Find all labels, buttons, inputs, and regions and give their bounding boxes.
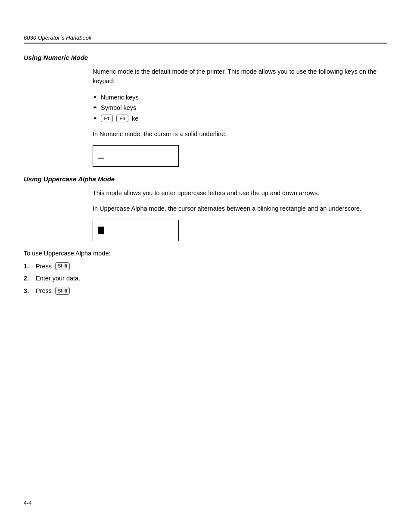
header-rule [24, 43, 387, 44]
section1-paragraph1: Numeric mode is the default mode of the … [93, 67, 387, 86]
section-numeric-mode: Using Numeric Mode Numeric mode is the d… [24, 54, 387, 167]
numeric-cursor-underline [98, 158, 104, 159]
section2-paragraph2: In Uppercase Alpha mode, the cursor alte… [93, 204, 387, 214]
section-uppercase-alpha-mode: Using Uppercase Alpha Mode This mode all… [24, 175, 387, 296]
bullet-diamond-2: ✦ [93, 103, 97, 112]
corner-mark-top-left [8, 8, 21, 21]
bullet-diamond-1: ✦ [93, 93, 97, 102]
bullet-text-symbol-keys: Symbol keys [101, 103, 136, 113]
f6-key-badge: F6 [116, 115, 128, 122]
shift-key-badge-2: Shift [55, 287, 70, 295]
step-1-number: 1. [24, 261, 32, 272]
section1-bullet-list: ✦ Numeric keys ✦ Symbol keys ✦ F1 F6 ke [93, 92, 387, 124]
bullet-diamond-3: ✦ [93, 114, 97, 123]
step-3: 3. Press Shift [24, 286, 387, 296]
corner-mark-bottom-right [390, 511, 403, 524]
bullet-item-numeric-keys: ✦ Numeric keys [93, 92, 387, 103]
section2-indented: This mode allows you to enter uppercase … [93, 189, 387, 241]
section1-heading: Using Numeric Mode [24, 54, 387, 61]
numeric-cursor-box [93, 145, 179, 167]
to-use-label: To use Uppercase Alpha mode: [24, 250, 387, 257]
bullet-item-symbol-keys: ✦ Symbol keys [93, 103, 387, 113]
section2-heading: Using Uppercase Alpha Mode [24, 175, 387, 183]
section1-paragraph2: In Numeric mode, the cursor is a solid u… [93, 130, 387, 139]
step-2-text: Enter your data. [36, 273, 80, 284]
page: 6030 Operator´s Handbook Using Numeric M… [0, 0, 411, 532]
step-2: 2. Enter your data. [24, 273, 387, 284]
content-area: 6030 Operator´s Handbook Using Numeric M… [24, 34, 387, 305]
alpha-cursor-box [93, 220, 179, 241]
alpha-cursor-rectangle [98, 227, 104, 234]
footer-page-number: 4-4 [24, 500, 32, 506]
step-3-number: 3. [24, 286, 32, 296]
header-title: 6030 Operator´s Handbook [24, 34, 387, 41]
corner-mark-top-right [390, 8, 403, 21]
shift-key-badge-1: Shift [55, 262, 70, 270]
header: 6030 Operator´s Handbook [24, 34, 387, 44]
bullet-item-function-keys: ✦ F1 F6 ke [93, 113, 387, 124]
step-2-number: 2. [24, 273, 32, 284]
bullet-text-numeric-keys: Numeric keys [101, 92, 139, 103]
section1-indented: Numeric mode is the default mode of the … [93, 67, 387, 167]
corner-mark-bottom-left [8, 511, 21, 524]
step-3-text: Press [36, 286, 52, 296]
main-content: Using Numeric Mode Numeric mode is the d… [24, 54, 387, 296]
steps-list: 1. Press Shift 2. Enter your data. 3. Pr… [24, 261, 387, 296]
step-1-text: Press [36, 261, 52, 272]
f1-key-badge: F1 [101, 115, 113, 122]
function-key-suffix: ke [132, 113, 138, 124]
section2-paragraph1: This mode allows you to enter uppercase … [93, 189, 387, 198]
step-1: 1. Press Shift [24, 261, 387, 272]
